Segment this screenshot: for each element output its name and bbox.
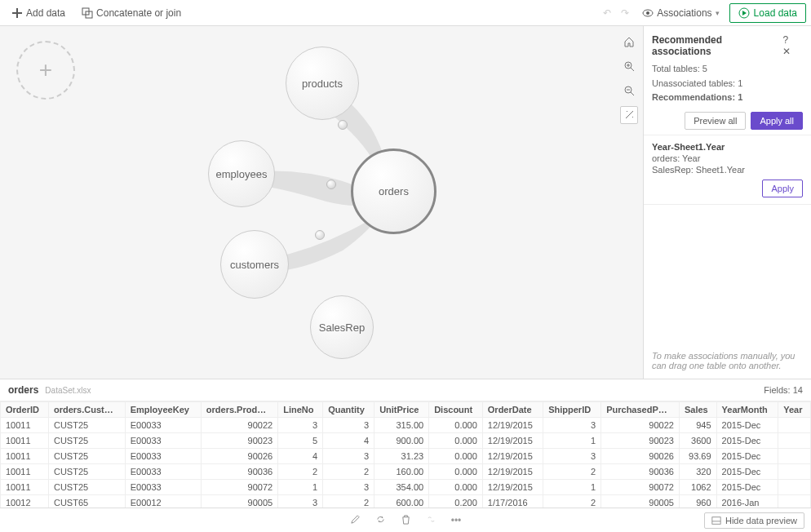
apply-rec-button[interactable]: Apply [762, 180, 803, 197]
table-cell: 2 [278, 464, 323, 480]
unassoc-tables-value: 1 [738, 78, 742, 88]
table-cell: 2 [323, 464, 374, 480]
table-cell: 3 [278, 495, 323, 508]
load-data-button[interactable]: Load data [729, 3, 806, 23]
table-cell: E00033 [125, 418, 201, 433]
associations-dropdown[interactable]: Associations ▾ [636, 4, 725, 22]
add-table-placeholder[interactable]: + [16, 41, 75, 100]
redo-icon[interactable]: ↷ [618, 4, 632, 22]
table-cell [778, 480, 811, 495]
column-header[interactable]: YearMonth [716, 402, 778, 418]
more-icon[interactable]: ••• [451, 515, 462, 526]
table-cell: 2015-Dec [716, 418, 778, 433]
table-cell: 1 [543, 480, 601, 495]
concat-icon [82, 7, 93, 19]
column-header[interactable]: OrderDate [482, 402, 543, 418]
table-cell [778, 449, 811, 464]
column-header[interactable]: UnitPrice [374, 402, 429, 418]
chevron-down-icon: ▾ [716, 9, 720, 17]
load-data-label: Load data [754, 7, 797, 19]
fields-value: 14 [793, 385, 803, 395]
column-header[interactable]: ShipperID [543, 402, 601, 418]
table-cell: 0.200 [429, 495, 483, 508]
table-cell: 90023 [601, 433, 680, 449]
preview-all-button[interactable]: Preview all [685, 112, 746, 130]
table-row[interactable]: 10011CUST25E000339002354900.000.00012/19… [1, 433, 811, 449]
table-cell: E00033 [125, 449, 201, 464]
unlink-icon[interactable] [426, 514, 437, 527]
associations-canvas[interactable]: + products employees orders customers Sa… [0, 26, 643, 379]
edit-icon[interactable] [350, 514, 361, 527]
close-panel-icon[interactable]: ✕ [782, 46, 791, 57]
column-header[interactable]: orders.Cust… [48, 402, 125, 418]
add-data-button[interactable]: Add data [5, 4, 72, 22]
table-cell: 1062 [679, 480, 716, 495]
top-toolbar: Add data Concatenate or join ↶ ↷ Associa… [0, 0, 811, 26]
concat-join-button[interactable]: Concatenate or join [75, 4, 188, 22]
column-header[interactable]: Year [778, 402, 811, 418]
apply-all-button[interactable]: Apply all [751, 112, 803, 130]
svg-line-10 [631, 92, 634, 95]
delete-icon[interactable] [401, 514, 411, 527]
table-cell: 2015-Dec [716, 449, 778, 464]
add-data-label: Add data [26, 7, 65, 19]
bubble-employees[interactable]: employees [208, 140, 275, 207]
undo-icon[interactable]: ↶ [600, 4, 614, 22]
table-cell: 0.000 [429, 449, 483, 464]
table-cell: 3 [323, 418, 374, 433]
bubble-products[interactable]: products [286, 47, 359, 120]
column-header[interactable]: Discount [429, 402, 483, 418]
zoom-in-icon[interactable] [620, 57, 638, 75]
home-zoom-icon[interactable] [620, 33, 638, 51]
table-row[interactable]: 10011CUST25E000339007213354.000.00012/19… [1, 480, 811, 495]
bubble-orders[interactable]: orders [351, 149, 437, 234]
preview-dataset: DataSet.xlsx [45, 386, 91, 395]
panel-icon [711, 516, 721, 525]
column-header[interactable]: Sales [679, 402, 716, 418]
table-cell: CUST25 [48, 449, 125, 464]
table-cell [778, 418, 811, 433]
zoom-out-icon[interactable] [620, 82, 638, 100]
column-header[interactable]: Quantity [323, 402, 374, 418]
column-header[interactable]: EmployeeKey [125, 402, 201, 418]
table-cell: 10011 [1, 418, 49, 433]
column-header[interactable]: PurchasedP… [601, 402, 680, 418]
table-cell: 900.00 [374, 433, 429, 449]
table-cell: 10011 [1, 449, 49, 464]
table-cell: 2 [543, 464, 601, 480]
table-cell: 2015-Dec [716, 480, 778, 495]
table-row[interactable]: 10011CUST25E000339003622160.000.00012/19… [1, 464, 811, 480]
table-cell: 3600 [679, 433, 716, 449]
table-row[interactable]: 10011CUST25E000339002233315.000.00012/19… [1, 418, 811, 433]
table-cell: 93.69 [679, 449, 716, 464]
table-cell: 3 [323, 449, 374, 464]
table-cell: 2015-Dec [716, 433, 778, 449]
bubble-salesrep[interactable]: SalesRep [310, 295, 374, 359]
recommendation-item[interactable]: Year-Sheet1.Year orders: Year SalesRep: … [644, 135, 811, 205]
plus-icon [11, 7, 23, 19]
assoc-node-customers[interactable] [315, 230, 325, 240]
bubble-products-label: products [302, 78, 343, 90]
preview-grid[interactable]: OrderIDorders.Cust…EmployeeKeyorders.Pro… [0, 401, 811, 508]
table-cell: 315.00 [374, 418, 429, 433]
table-cell: 0.000 [429, 480, 483, 495]
bubble-orders-label: orders [379, 185, 409, 197]
table-cell: 1 [543, 433, 601, 449]
magic-wand-icon[interactable] [620, 106, 638, 124]
canvas-tools [620, 33, 638, 124]
table-cell [778, 464, 811, 480]
column-header[interactable]: orders.Prod… [201, 402, 277, 418]
table-row[interactable]: 10012CUST65E000129000532600.000.2001/17/… [1, 495, 811, 508]
hide-preview-button[interactable]: Hide data preview [704, 512, 804, 529]
assoc-node-employees[interactable] [326, 180, 336, 189]
help-icon[interactable]: ? [782, 34, 788, 46]
column-header[interactable]: LineNo [278, 402, 323, 418]
table-cell: 12/19/2015 [482, 433, 543, 449]
bubble-customers[interactable]: customers [220, 230, 289, 299]
table-row[interactable]: 10011CUST25E00033900264331.230.00012/19/… [1, 449, 811, 464]
refresh-icon[interactable] [375, 514, 386, 527]
column-header[interactable]: OrderID [1, 402, 49, 418]
assoc-node-products[interactable] [338, 120, 348, 130]
unassoc-tables-label: Unassociated tables: [652, 78, 738, 88]
table-cell: 90072 [601, 480, 680, 495]
